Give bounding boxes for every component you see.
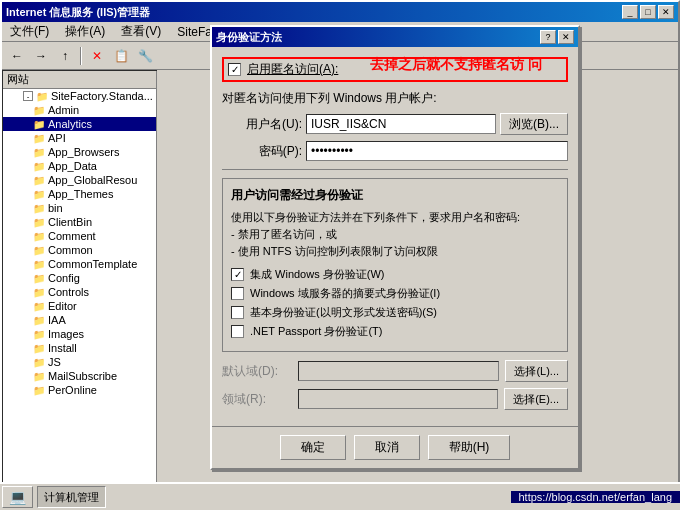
password-label: 密码(P): [222,143,302,160]
passport-auth-checkbox[interactable] [231,325,244,338]
help-button[interactable]: 帮助(H) [428,435,511,460]
default-domain-row: 默认域(D): 选择(L)... [222,360,568,382]
dialog-title-bar: 身份验证方法 ? ✕ [212,27,578,47]
digest-auth-label: Windows 域服务器的摘要式身份验证(I) [250,286,440,301]
password-row: 密码(P): [222,141,568,161]
windows-auth-label: 集成 Windows 身份验证(W) [250,267,384,282]
taskbar-url-text: https://blog.csdn.net/erfan_lang [519,491,673,503]
default-domain-label: 默认域(D): [222,363,292,380]
auth-desc1: 使用以下身份验证方法并在下列条件下，要求用户名和密码: [231,210,559,225]
digest-auth-row: Windows 域服务器的摘要式身份验证(I) [231,286,559,301]
dialog-help-button[interactable]: ? [540,30,556,44]
auth-dialog: 身份验证方法 ? ✕ 启用匿名访问(A): 对匿名访问使用下列 Windows … [210,25,580,470]
cancel-button[interactable]: 取消 [354,435,420,460]
auth-section-title: 用户访问需经过身份验证 [231,187,559,204]
auth-desc3: - 使用 NTFS 访问控制列表限制了访问权限 [231,244,559,259]
dialog-overlay: 身份验证方法 ? ✕ 启用匿名访问(A): 对匿名访问使用下列 Windows … [0,0,680,510]
taskbar-url: https://blog.csdn.net/erfan_lang [511,491,681,503]
taskbar-iis-button[interactable]: 计算机管理 [37,486,106,508]
anonymous-section-label: 对匿名访问使用下列 Windows 用户帐户: [222,90,568,107]
username-label: 用户名(U): [222,116,302,133]
auth-desc2: - 禁用了匿名访问，或 [231,227,559,242]
realm-label: 领域(R): [222,391,292,408]
dialog-body: 启用匿名访问(A): 对匿名访问使用下列 Windows 用户帐户: 用户名(U… [212,47,578,426]
anonymous-access-checkbox[interactable] [228,63,241,76]
realm-row: 领域(R): 选择(E)... [222,388,568,410]
select-realm-button[interactable]: 选择(E)... [504,388,568,410]
username-row: 用户名(U): 浏览(B)... [222,113,568,135]
auth-section: 用户访问需经过身份验证 使用以下身份验证方法并在下列条件下，要求用户名和密码: … [222,178,568,352]
taskbar-iis-label: 计算机管理 [44,490,99,505]
anonymous-access-row: 启用匿名访问(A): [222,57,568,82]
anonymous-access-label: 启用匿名访问(A): [247,61,338,78]
windows-auth-checkbox[interactable] [231,268,244,281]
password-input[interactable] [306,141,568,161]
basic-auth-row: 基本身份验证(以明文形式发送密码)(S) [231,305,559,320]
ok-button[interactable]: 确定 [280,435,346,460]
browse-button[interactable]: 浏览(B)... [500,113,568,135]
taskbar-computer-icon[interactable]: 💻 [2,486,33,508]
dialog-footer: 确定 取消 帮助(H) [212,426,578,468]
username-input[interactable] [306,114,496,134]
taskbar: 💻 计算机管理 https://blog.csdn.net/erfan_lang [0,482,680,510]
digest-auth-checkbox[interactable] [231,287,244,300]
realm-input[interactable] [298,389,498,409]
select-domain-button[interactable]: 选择(L)... [505,360,568,382]
default-domain-input[interactable] [298,361,499,381]
basic-auth-label: 基本身份验证(以明文形式发送密码)(S) [250,305,437,320]
basic-auth-checkbox[interactable] [231,306,244,319]
dialog-title-text: 身份验证方法 [216,30,282,45]
windows-auth-row: 集成 Windows 身份验证(W) [231,267,559,282]
passport-auth-row: .NET Passport 身份验证(T) [231,324,559,339]
passport-auth-label: .NET Passport 身份验证(T) [250,324,382,339]
dialog-title-buttons: ? ✕ [540,30,574,44]
dialog-close-button[interactable]: ✕ [558,30,574,44]
divider-1 [222,169,568,170]
computer-icon: 💻 [9,489,26,505]
